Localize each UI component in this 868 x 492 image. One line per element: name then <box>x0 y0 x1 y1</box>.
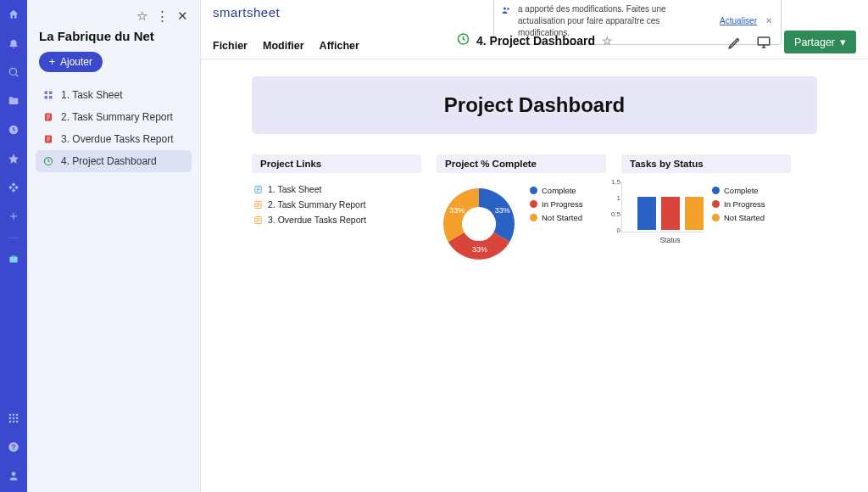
legend-label: Not Started <box>724 213 765 222</box>
help-icon[interactable]: ? <box>6 439 21 455</box>
chart-legend: CompleteIn ProgressNot Started <box>530 186 583 222</box>
svg-rect-11 <box>16 421 18 422</box>
svg-rect-8 <box>16 417 18 419</box>
svg-rect-9 <box>9 421 11 422</box>
recent-icon[interactable] <box>6 122 21 137</box>
legend-swatch <box>712 200 720 208</box>
slice-label: 33% <box>449 206 465 215</box>
bell-icon[interactable] <box>6 36 21 51</box>
workapps-icon[interactable] <box>6 180 21 195</box>
svg-rect-15 <box>45 92 48 95</box>
menu-view[interactable]: Afficher <box>320 40 359 52</box>
bar <box>685 197 704 230</box>
sheet-icon <box>253 185 263 194</box>
plus-icon[interactable] <box>6 209 21 224</box>
legend-item: Complete <box>712 186 765 195</box>
legend-item: In Progress <box>530 199 583 209</box>
y-axis-ticks: 1.510.50 <box>611 178 620 234</box>
sidebar-item-label: 4. Project Dashboard <box>61 155 157 167</box>
add-button-label: Ajouter <box>60 56 92 68</box>
plus-icon: + <box>49 56 55 68</box>
search-icon[interactable] <box>6 64 21 80</box>
sheet-icon <box>253 200 263 210</box>
workspace-title: La Fabrique du Net <box>36 29 192 52</box>
svg-rect-7 <box>13 417 14 419</box>
svg-point-0 <box>9 68 16 75</box>
share-button[interactable]: Partager▾ <box>784 31 856 53</box>
clock-icon <box>42 155 54 167</box>
link-label: 1. Task Sheet <box>268 184 321 194</box>
more-icon[interactable]: ⋮ <box>156 8 169 24</box>
chart-legend: CompleteIn ProgressNot Started <box>712 186 765 244</box>
y-tick: 1 <box>611 194 620 202</box>
svg-point-23 <box>507 8 509 10</box>
svg-rect-10 <box>13 421 14 422</box>
menu-edit[interactable]: Modifier <box>263 40 304 52</box>
menu-file[interactable]: Fichier <box>213 40 248 52</box>
sheet-icon <box>253 215 263 225</box>
main-area: smartsheet a apporté des modifications. … <box>201 0 868 492</box>
legend-swatch <box>712 187 720 194</box>
favorite-sheet-icon[interactable]: ☆ <box>602 34 613 48</box>
edit-icon[interactable] <box>726 34 743 51</box>
legend-swatch <box>530 187 537 194</box>
legend-swatch <box>530 214 537 221</box>
bar <box>661 197 680 230</box>
legend-swatch <box>712 214 720 221</box>
legend-item: In Progress <box>712 199 765 209</box>
close-panel-icon[interactable]: ✕ <box>177 8 188 24</box>
x-axis-label: Status <box>621 232 704 244</box>
sidebar-item-label: 3. Overdue Tasks Report <box>61 133 174 145</box>
account-icon[interactable] <box>6 468 21 484</box>
dashboard-canvas: Project Dashboard Project Links 1. Task … <box>201 59 868 492</box>
donut-slice <box>443 188 479 242</box>
project-links-widget: Project Links 1. Task Sheet2. Task Summa… <box>252 154 421 266</box>
donut-chart: 33%33%33% <box>437 182 521 266</box>
report-icon <box>42 111 54 123</box>
project-link[interactable]: 3. Overdue Tasks Report <box>252 212 421 227</box>
svg-rect-25 <box>758 37 770 45</box>
close-icon[interactable]: ✕ <box>765 15 772 27</box>
svg-rect-17 <box>45 96 48 99</box>
star-icon[interactable] <box>6 151 21 166</box>
folder-icon[interactable] <box>6 93 21 109</box>
sidebar-item[interactable]: 3. Overdue Tasks Report <box>36 128 192 150</box>
legend-item: Not Started <box>530 213 583 222</box>
legend-label: Complete <box>542 186 576 195</box>
sidebar-item[interactable]: 2. Task Summary Report <box>36 106 192 128</box>
svg-rect-2 <box>9 257 17 263</box>
refresh-link[interactable]: Actualiser <box>720 15 757 27</box>
legend-item: Not Started <box>712 213 765 222</box>
favorite-icon[interactable]: ☆ <box>136 8 147 24</box>
chevron-down-icon: ▾ <box>840 36 846 48</box>
legend-label: In Progress <box>724 199 765 209</box>
add-button[interactable]: +Ajouter <box>39 52 103 72</box>
dashboard-title-widget: Project Dashboard <box>252 76 817 134</box>
rail-divider <box>8 238 19 238</box>
svg-rect-6 <box>9 417 11 419</box>
present-icon[interactable] <box>755 34 772 51</box>
people-icon <box>501 5 511 19</box>
project-link[interactable]: 2. Task Summary Report <box>252 197 421 212</box>
y-tick: 0.5 <box>611 210 620 218</box>
sidebar-item-label: 2. Task Summary Report <box>61 111 173 123</box>
workspace-icon[interactable] <box>6 252 21 267</box>
widget-title: Project % Complete <box>437 154 606 173</box>
pct-complete-widget: Project % Complete 33%33%33% CompleteIn … <box>437 154 606 266</box>
svg-rect-18 <box>49 96 53 99</box>
grid-icon <box>42 89 54 101</box>
svg-text:?: ? <box>12 444 16 451</box>
clock-icon <box>456 32 470 48</box>
sidebar-item[interactable]: 4. Project Dashboard <box>36 150 192 172</box>
sheet-titlebar: 4. Project Dashboard ☆ <box>456 32 613 48</box>
link-label: 3. Overdue Tasks Report <box>268 215 366 225</box>
svg-rect-4 <box>13 414 14 416</box>
apps-icon[interactable] <box>6 411 21 426</box>
share-button-label: Partager <box>794 36 835 48</box>
legend-label: In Progress <box>542 199 583 209</box>
legend-label: Not Started <box>542 213 582 222</box>
dashboard-title: Project Dashboard <box>269 93 800 117</box>
sidebar-item[interactable]: 1. Task Sheet <box>36 84 192 106</box>
project-link[interactable]: 1. Task Sheet <box>252 182 421 197</box>
home-icon[interactable] <box>6 7 21 22</box>
